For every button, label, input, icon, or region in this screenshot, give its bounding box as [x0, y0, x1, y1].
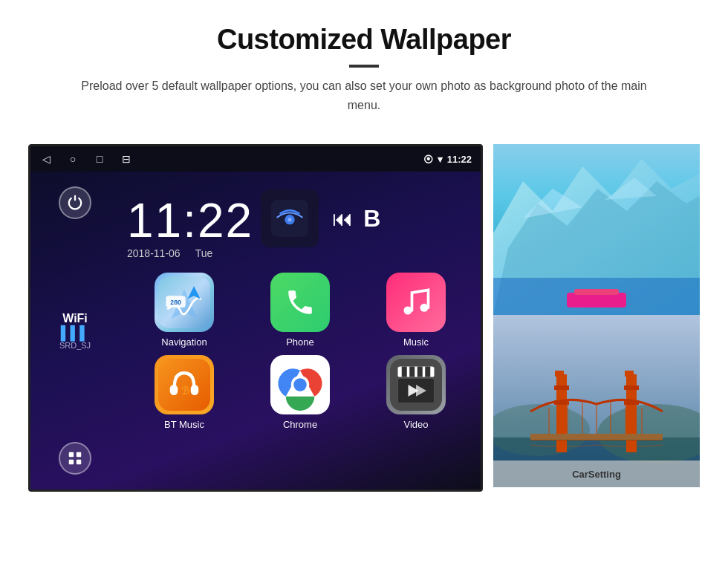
- app-item-chrome[interactable]: Chrome: [246, 355, 354, 430]
- svg-rect-47: [624, 385, 639, 390]
- page-description: Preload over 5 default wallpaper options…: [74, 77, 654, 114]
- home-icon: ○: [66, 152, 79, 166]
- app-item-video[interactable]: Video: [362, 355, 470, 430]
- svg-rect-3: [77, 460, 81, 464]
- btmusic-label: BT Music: [164, 419, 204, 430]
- video-label: Video: [403, 419, 428, 430]
- status-bar-right: ⦿ ▾ 11:22: [423, 154, 472, 165]
- status-time: 11:22: [447, 154, 472, 165]
- apps-grid-button[interactable]: [59, 442, 91, 475]
- svg-text:ℬ: ℬ: [181, 385, 189, 397]
- top-icons: ⏮ B: [253, 182, 388, 247]
- chrome-icon: [270, 355, 330, 414]
- svg-rect-1: [77, 452, 81, 457]
- clock-time: 11:22: [127, 197, 253, 244]
- music-label: Music: [403, 336, 429, 348]
- power-button[interactable]: [59, 186, 91, 219]
- svg-rect-15: [170, 385, 178, 395]
- svg-rect-16: [191, 385, 199, 395]
- music-icon: [386, 273, 446, 332]
- svg-rect-49: [555, 371, 564, 377]
- location-icon: ⦿: [423, 154, 433, 165]
- app-item-phone[interactable]: Phone: [246, 273, 354, 348]
- wallpaper-thumb-bridge[interactable]: CarSetting: [493, 315, 700, 487]
- wifi-status-icon: ▾: [438, 154, 443, 165]
- app-grid: 280 Navigation: [120, 259, 481, 440]
- svg-rect-45: [554, 385, 569, 390]
- svg-rect-38: [574, 289, 619, 295]
- title-divider: [349, 65, 379, 68]
- svg-rect-59: [530, 434, 663, 440]
- svg-text:280: 280: [170, 299, 181, 306]
- prev-track-icon[interactable]: ⏮: [332, 206, 353, 231]
- navigation-icon: 280: [155, 273, 214, 332]
- screenshot-icon: ⊟: [120, 152, 133, 166]
- app-item-music[interactable]: Music: [362, 273, 470, 348]
- page-title: Customized Wallpaper: [45, 24, 683, 56]
- clock-date: 2018-11-06 Tue: [127, 247, 253, 259]
- svg-point-13: [420, 304, 429, 312]
- wifi-label: WiFi: [59, 312, 91, 325]
- status-bar: ◁ ○ □ ⊟ ⦿ ▾ 11:22: [30, 146, 481, 172]
- android-screen: ◁ ○ □ ⊟ ⦿ ▾ 11:22 WiFi: [28, 144, 483, 492]
- carsetting-label: CarSetting: [572, 469, 621, 480]
- wallpaper-thumb-ice[interactable]: [493, 144, 700, 315]
- wallpaper-strip: CarSetting: [493, 144, 700, 487]
- status-bar-nav: ◁ ○ □ ⊟: [39, 152, 133, 166]
- wifi-bars-icon: ▌▌▌: [59, 325, 91, 341]
- clock-date-value: 2018-11-06: [127, 247, 181, 259]
- recents-icon: □: [93, 152, 106, 166]
- app-item-navigation[interactable]: 280 Navigation: [130, 273, 238, 348]
- svg-rect-27: [425, 367, 430, 377]
- navigation-label: Navigation: [161, 336, 207, 348]
- clock-day-value: Tue: [195, 247, 213, 259]
- phone-label: Phone: [286, 336, 314, 348]
- svg-point-12: [404, 307, 412, 315]
- home-screen: WiFi ▌▌▌ SRD_SJ: [30, 172, 481, 489]
- main-content: ◁ ○ □ ⊟ ⦿ ▾ 11:22 WiFi: [0, 129, 728, 514]
- chrome-label: Chrome: [283, 419, 317, 430]
- app-item-btmusic[interactable]: ℬ BT Music: [130, 355, 238, 430]
- cast-icon-box[interactable]: [261, 189, 319, 247]
- svg-rect-0: [69, 452, 74, 457]
- video-icon: [386, 355, 446, 414]
- svg-point-6: [288, 218, 292, 221]
- svg-rect-25: [409, 367, 415, 377]
- clock-widget: 11:22 2018-11-06 Tue: [120, 182, 253, 259]
- svg-point-20: [293, 378, 307, 391]
- page-header: Customized Wallpaper Preload over 5 defa…: [0, 0, 728, 129]
- svg-rect-26: [417, 367, 423, 377]
- svg-rect-2: [69, 460, 74, 464]
- phone-icon: [270, 273, 330, 332]
- svg-rect-50: [625, 371, 634, 377]
- wifi-widget: WiFi ▌▌▌ SRD_SJ: [59, 312, 91, 350]
- btmusic-icon: ℬ: [155, 355, 214, 414]
- wifi-ssid: SRD_SJ: [59, 341, 91, 350]
- bluetooth-or-bold-icon: B: [363, 205, 380, 232]
- back-icon: ◁: [39, 152, 53, 166]
- carsetting-area: CarSetting: [493, 461, 700, 487]
- main-area: 11:22 2018-11-06 Tue: [120, 172, 481, 489]
- left-sidebar: WiFi ▌▌▌ SRD_SJ: [30, 172, 120, 489]
- svg-rect-24: [402, 367, 407, 377]
